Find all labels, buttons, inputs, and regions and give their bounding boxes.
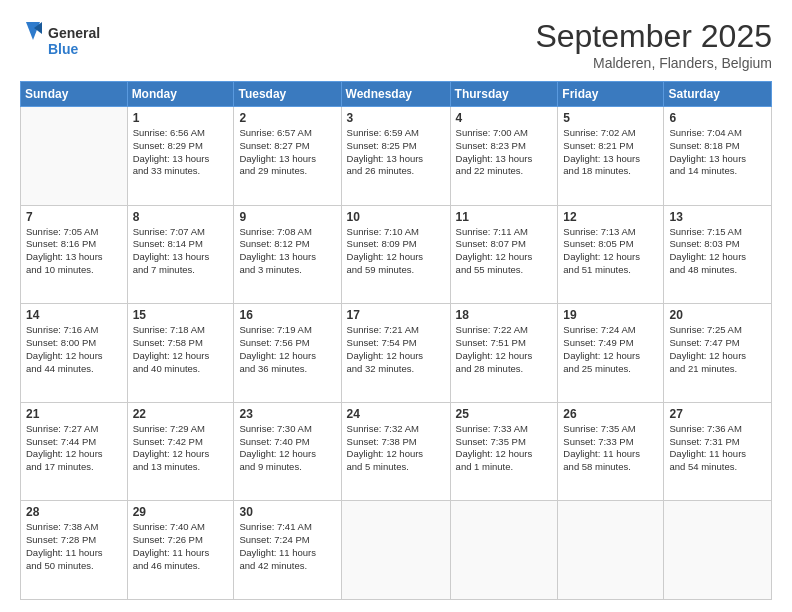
day-info: Sunrise: 7:36 AM Sunset: 7:31 PM Dayligh… (669, 423, 766, 474)
day-number: 1 (133, 111, 229, 125)
table-row: 20Sunrise: 7:25 AM Sunset: 7:47 PM Dayli… (664, 304, 772, 403)
day-number: 18 (456, 308, 553, 322)
col-sunday: Sunday (21, 82, 128, 107)
svg-text:General: General (48, 25, 100, 41)
day-number: 24 (347, 407, 445, 421)
day-number: 19 (563, 308, 658, 322)
day-number: 30 (239, 505, 335, 519)
day-info: Sunrise: 7:19 AM Sunset: 7:56 PM Dayligh… (239, 324, 335, 375)
table-row: 2Sunrise: 6:57 AM Sunset: 8:27 PM Daylig… (234, 107, 341, 206)
day-number: 12 (563, 210, 658, 224)
day-number: 26 (563, 407, 658, 421)
table-row: 27Sunrise: 7:36 AM Sunset: 7:31 PM Dayli… (664, 402, 772, 501)
day-number: 15 (133, 308, 229, 322)
day-info: Sunrise: 6:57 AM Sunset: 8:27 PM Dayligh… (239, 127, 335, 178)
table-row: 22Sunrise: 7:29 AM Sunset: 7:42 PM Dayli… (127, 402, 234, 501)
col-thursday: Thursday (450, 82, 558, 107)
table-row: 9Sunrise: 7:08 AM Sunset: 8:12 PM Daylig… (234, 205, 341, 304)
day-info: Sunrise: 7:07 AM Sunset: 8:14 PM Dayligh… (133, 226, 229, 277)
day-number: 7 (26, 210, 122, 224)
table-row: 4Sunrise: 7:00 AM Sunset: 8:23 PM Daylig… (450, 107, 558, 206)
day-number: 4 (456, 111, 553, 125)
day-info: Sunrise: 7:04 AM Sunset: 8:18 PM Dayligh… (669, 127, 766, 178)
day-info: Sunrise: 7:30 AM Sunset: 7:40 PM Dayligh… (239, 423, 335, 474)
day-number: 17 (347, 308, 445, 322)
table-row: 7Sunrise: 7:05 AM Sunset: 8:16 PM Daylig… (21, 205, 128, 304)
table-row: 21Sunrise: 7:27 AM Sunset: 7:44 PM Dayli… (21, 402, 128, 501)
table-row: 15Sunrise: 7:18 AM Sunset: 7:58 PM Dayli… (127, 304, 234, 403)
day-info: Sunrise: 7:41 AM Sunset: 7:24 PM Dayligh… (239, 521, 335, 572)
table-row: 19Sunrise: 7:24 AM Sunset: 7:49 PM Dayli… (558, 304, 664, 403)
day-number: 10 (347, 210, 445, 224)
day-info: Sunrise: 7:08 AM Sunset: 8:12 PM Dayligh… (239, 226, 335, 277)
day-number: 13 (669, 210, 766, 224)
table-row: 1Sunrise: 6:56 AM Sunset: 8:29 PM Daylig… (127, 107, 234, 206)
table-row: 11Sunrise: 7:11 AM Sunset: 8:07 PM Dayli… (450, 205, 558, 304)
logo-svg: General Blue (20, 18, 110, 63)
calendar-table: Sunday Monday Tuesday Wednesday Thursday… (20, 81, 772, 600)
table-row: 8Sunrise: 7:07 AM Sunset: 8:14 PM Daylig… (127, 205, 234, 304)
calendar-week-row: 7Sunrise: 7:05 AM Sunset: 8:16 PM Daylig… (21, 205, 772, 304)
day-number: 20 (669, 308, 766, 322)
day-number: 5 (563, 111, 658, 125)
calendar-week-row: 14Sunrise: 7:16 AM Sunset: 8:00 PM Dayli… (21, 304, 772, 403)
day-number: 27 (669, 407, 766, 421)
table-row: 26Sunrise: 7:35 AM Sunset: 7:33 PM Dayli… (558, 402, 664, 501)
location: Malderen, Flanders, Belgium (535, 55, 772, 71)
table-row: 17Sunrise: 7:21 AM Sunset: 7:54 PM Dayli… (341, 304, 450, 403)
table-row (450, 501, 558, 600)
table-row (21, 107, 128, 206)
day-number: 14 (26, 308, 122, 322)
day-info: Sunrise: 7:05 AM Sunset: 8:16 PM Dayligh… (26, 226, 122, 277)
day-number: 25 (456, 407, 553, 421)
col-wednesday: Wednesday (341, 82, 450, 107)
table-row: 23Sunrise: 7:30 AM Sunset: 7:40 PM Dayli… (234, 402, 341, 501)
day-info: Sunrise: 7:02 AM Sunset: 8:21 PM Dayligh… (563, 127, 658, 178)
table-row: 10Sunrise: 7:10 AM Sunset: 8:09 PM Dayli… (341, 205, 450, 304)
table-row (664, 501, 772, 600)
logo: General Blue (20, 18, 110, 63)
table-row: 24Sunrise: 7:32 AM Sunset: 7:38 PM Dayli… (341, 402, 450, 501)
table-row: 29Sunrise: 7:40 AM Sunset: 7:26 PM Dayli… (127, 501, 234, 600)
day-number: 29 (133, 505, 229, 519)
table-row: 16Sunrise: 7:19 AM Sunset: 7:56 PM Dayli… (234, 304, 341, 403)
day-info: Sunrise: 7:22 AM Sunset: 7:51 PM Dayligh… (456, 324, 553, 375)
table-row: 5Sunrise: 7:02 AM Sunset: 8:21 PM Daylig… (558, 107, 664, 206)
month-title: September 2025 (535, 18, 772, 55)
day-number: 28 (26, 505, 122, 519)
day-number: 8 (133, 210, 229, 224)
day-info: Sunrise: 7:24 AM Sunset: 7:49 PM Dayligh… (563, 324, 658, 375)
title-block: September 2025 Malderen, Flanders, Belgi… (535, 18, 772, 71)
day-info: Sunrise: 7:10 AM Sunset: 8:09 PM Dayligh… (347, 226, 445, 277)
day-number: 3 (347, 111, 445, 125)
day-number: 23 (239, 407, 335, 421)
calendar-week-row: 1Sunrise: 6:56 AM Sunset: 8:29 PM Daylig… (21, 107, 772, 206)
day-info: Sunrise: 7:27 AM Sunset: 7:44 PM Dayligh… (26, 423, 122, 474)
day-info: Sunrise: 7:21 AM Sunset: 7:54 PM Dayligh… (347, 324, 445, 375)
day-number: 6 (669, 111, 766, 125)
table-row: 3Sunrise: 6:59 AM Sunset: 8:25 PM Daylig… (341, 107, 450, 206)
day-info: Sunrise: 7:29 AM Sunset: 7:42 PM Dayligh… (133, 423, 229, 474)
col-friday: Friday (558, 82, 664, 107)
table-row: 12Sunrise: 7:13 AM Sunset: 8:05 PM Dayli… (558, 205, 664, 304)
day-info: Sunrise: 7:00 AM Sunset: 8:23 PM Dayligh… (456, 127, 553, 178)
calendar-header-row: Sunday Monday Tuesday Wednesday Thursday… (21, 82, 772, 107)
day-number: 16 (239, 308, 335, 322)
day-info: Sunrise: 7:13 AM Sunset: 8:05 PM Dayligh… (563, 226, 658, 277)
table-row: 25Sunrise: 7:33 AM Sunset: 7:35 PM Dayli… (450, 402, 558, 501)
day-number: 9 (239, 210, 335, 224)
table-row: 13Sunrise: 7:15 AM Sunset: 8:03 PM Dayli… (664, 205, 772, 304)
day-info: Sunrise: 7:35 AM Sunset: 7:33 PM Dayligh… (563, 423, 658, 474)
table-row: 18Sunrise: 7:22 AM Sunset: 7:51 PM Dayli… (450, 304, 558, 403)
table-row (558, 501, 664, 600)
table-row: 14Sunrise: 7:16 AM Sunset: 8:00 PM Dayli… (21, 304, 128, 403)
col-monday: Monday (127, 82, 234, 107)
calendar-week-row: 21Sunrise: 7:27 AM Sunset: 7:44 PM Dayli… (21, 402, 772, 501)
svg-text:Blue: Blue (48, 41, 79, 57)
day-info: Sunrise: 7:16 AM Sunset: 8:00 PM Dayligh… (26, 324, 122, 375)
calendar-week-row: 28Sunrise: 7:38 AM Sunset: 7:28 PM Dayli… (21, 501, 772, 600)
day-info: Sunrise: 7:18 AM Sunset: 7:58 PM Dayligh… (133, 324, 229, 375)
day-info: Sunrise: 7:25 AM Sunset: 7:47 PM Dayligh… (669, 324, 766, 375)
day-info: Sunrise: 7:11 AM Sunset: 8:07 PM Dayligh… (456, 226, 553, 277)
day-info: Sunrise: 7:40 AM Sunset: 7:26 PM Dayligh… (133, 521, 229, 572)
